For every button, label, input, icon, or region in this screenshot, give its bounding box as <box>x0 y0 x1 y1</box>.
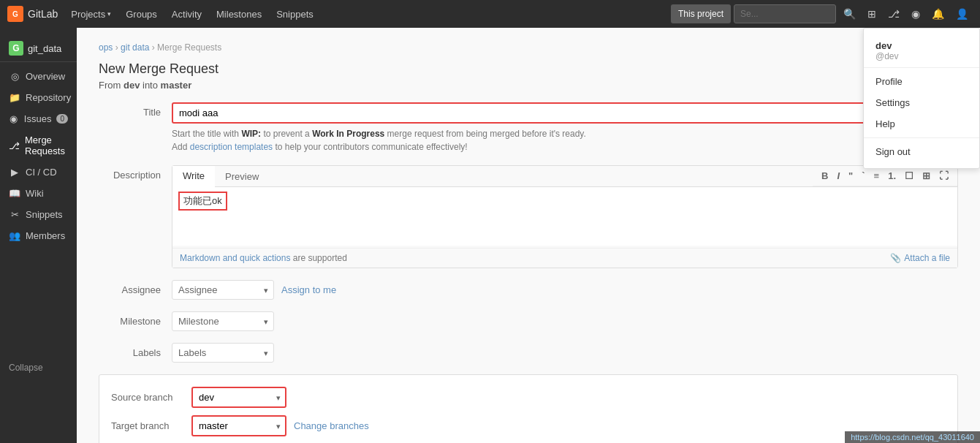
sidebar-item-cicd[interactable]: ▶ CI / CD <box>0 162 77 183</box>
members-icon: 👥 <box>9 230 20 241</box>
bold-btn[interactable]: B <box>818 169 831 183</box>
code-btn[interactable]: ` <box>859 169 867 183</box>
dropdown-help[interactable]: Help <box>864 113 979 135</box>
merge-requests-icon: ⎇ <box>9 140 20 151</box>
milestone-content: Milestone <box>172 311 958 331</box>
target-branch-dropdown-wrap: master <box>191 415 286 436</box>
branches-section: Source branch dev Target branch master C… <box>99 374 958 443</box>
breadcrumb-ops[interactable]: ops <box>99 42 113 53</box>
target-branch-label: Target branch <box>111 420 191 431</box>
user-menu-btn[interactable]: 👤 <box>951 4 973 23</box>
desc-footer-left: Markdown and quick actions are supported <box>180 253 347 263</box>
dropdown-profile[interactable]: Profile <box>864 71 979 92</box>
target-branch-select[interactable]: master <box>191 415 286 436</box>
labels-content: Labels <box>172 343 958 363</box>
search-icon-btn[interactable]: 🔍 <box>839 4 860 23</box>
this-project-btn[interactable]: This project <box>671 4 731 23</box>
description-label: Description <box>99 165 172 181</box>
project-name: git_data <box>28 43 61 54</box>
page-title-section: New Merge Request From dev into master C… <box>99 61 958 91</box>
dropdown-username: dev <box>875 40 968 51</box>
grid-icon-btn[interactable]: ⊞ <box>863 4 881 23</box>
assignee-content: Assignee Assign to me <box>172 280 958 300</box>
sidebar-item-overview[interactable]: ◎ Overview <box>0 66 77 87</box>
nav-activity[interactable]: Activity <box>164 0 209 28</box>
fullscreen-btn[interactable]: ⛶ <box>936 169 951 183</box>
ol-btn[interactable]: 1. <box>885 169 899 183</box>
merge-request-icon-btn[interactable]: ⎇ <box>884 4 904 23</box>
notification-icon-btn[interactable]: 🔔 <box>927 4 949 23</box>
sidebar-item-members[interactable]: 👥 Members <box>0 225 77 246</box>
breadcrumb: ops › git data › Merge Requests <box>99 42 958 53</box>
nav-projects[interactable]: Projects▾ <box>64 0 118 28</box>
assign-to-me-link[interactable]: Assign to me <box>281 284 336 295</box>
quote-btn[interactable]: " <box>846 169 856 183</box>
project-icon: G <box>9 41 23 56</box>
description-editor: Write Preview B I " ` ≡ 1. ☐ ⊞ ⛶ <box>172 165 958 268</box>
user-dropdown-menu: dev @dev Profile Settings Help Sign out <box>863 28 980 169</box>
paperclip-icon: 📎 <box>890 253 901 263</box>
assignee-dropdown-wrap: Assignee <box>172 280 274 300</box>
logo[interactable]: G GitLab <box>7 6 58 22</box>
sidebar-item-wiki[interactable]: 📖 Wiki <box>0 183 77 204</box>
hint-text: Start the title with WIP: to prevent a W… <box>172 127 958 154</box>
breadcrumb-git-data[interactable]: git data <box>121 42 149 53</box>
description-field-content: Write Preview B I " ` ≡ 1. ☐ ⊞ ⛶ <box>172 165 958 268</box>
desc-tabs: Write Preview B I " ` ≡ 1. ☐ ⊞ ⛶ <box>172 166 957 187</box>
from-branch-text: From dev into master <box>99 80 191 91</box>
italic-btn[interactable]: I <box>834 169 843 183</box>
issues-icon-btn[interactable]: ◉ <box>907 4 924 23</box>
collapse-button[interactable]: Collapse <box>0 357 52 378</box>
title-label: Title <box>99 102 172 118</box>
status-bar: https://blog.csdn.net/qq_43011640 <box>845 431 980 443</box>
source-branch-select[interactable]: dev <box>191 387 286 408</box>
dropdown-settings[interactable]: Settings <box>864 92 979 113</box>
sidebar-item-merge-requests-label: Merge Requests <box>25 135 68 156</box>
dropdown-divider <box>864 137 979 138</box>
tab-preview[interactable]: Preview <box>215 166 269 186</box>
description-textarea[interactable] <box>172 187 957 246</box>
sidebar-item-issues[interactable]: ◉ Issues 0 <box>0 108 77 129</box>
sidebar-item-wiki-label: Wiki <box>26 188 44 199</box>
brand-name: GitLab <box>28 8 58 20</box>
ul-btn[interactable]: ≡ <box>871 169 883 183</box>
main-content: ops › git data › Merge Requests New Merg… <box>77 28 980 443</box>
sidebar-item-repository[interactable]: 📁 Repository <box>0 87 77 108</box>
title-row: Title Start the title with WIP: to preve… <box>99 102 958 154</box>
table-btn[interactable]: ⊞ <box>919 169 933 183</box>
nav-snippets[interactable]: Snippets <box>269 0 321 28</box>
sidebar-item-snippets-label: Snippets <box>26 209 63 220</box>
milestone-dropdown-wrap: Milestone <box>172 311 274 331</box>
labels-select[interactable]: Labels <box>172 343 274 363</box>
issues-icon: ◉ <box>9 113 19 124</box>
dropdown-menu-header: dev @dev <box>864 34 979 68</box>
nav-milestones[interactable]: Milestones <box>209 0 269 28</box>
sidebar-item-snippets[interactable]: ✂ Snippets <box>0 204 77 225</box>
dropdown-signout[interactable]: Sign out <box>864 141 979 162</box>
milestone-label: Milestone <box>99 311 172 327</box>
breadcrumb-merge-requests: Merge Requests <box>157 42 221 53</box>
sidebar-project[interactable]: G git_data <box>0 35 77 62</box>
sidebar-item-merge-requests[interactable]: ⎇ Merge Requests <box>0 129 77 162</box>
nav-groups[interactable]: Groups <box>118 0 164 28</box>
desc-templates-link[interactable]: description templates <box>190 142 273 152</box>
branch-change-link[interactable]: Change branches <box>294 420 369 431</box>
desc-editor-area: 功能已ok <box>172 187 957 248</box>
markdown-link[interactable]: Markdown and quick actions <box>180 253 290 263</box>
search-input[interactable] <box>734 4 836 23</box>
attach-file[interactable]: 📎 Attach a file <box>890 253 950 263</box>
task-btn[interactable]: ☐ <box>902 169 916 183</box>
assignee-select[interactable]: Assignee <box>172 280 274 300</box>
labels-row: Labels Labels <box>99 343 958 363</box>
milestone-select[interactable]: Milestone <box>172 311 274 331</box>
milestone-row: Milestone Milestone <box>99 311 958 331</box>
desc-toolbar: B I " ` ≡ 1. ☐ ⊞ ⛶ <box>813 166 957 186</box>
title-input[interactable] <box>172 102 958 124</box>
target-branch-row: Target branch master Change branches <box>111 415 946 436</box>
nav-right: This project 🔍 ⊞ ⎇ ◉ 🔔 👤 <box>671 4 973 23</box>
branch-line: From dev into master Change branches <box>99 80 958 91</box>
tab-write[interactable]: Write <box>172 166 215 187</box>
logo-icon: G <box>7 6 23 22</box>
labels-dropdown-wrap: Labels <box>172 343 274 363</box>
issues-badge: 0 <box>56 114 68 124</box>
